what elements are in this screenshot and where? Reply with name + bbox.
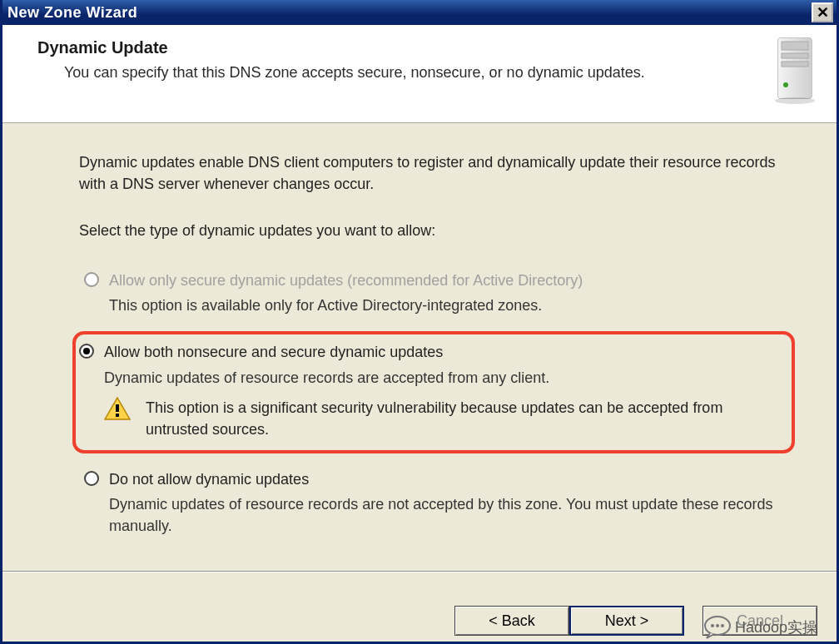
close-button[interactable]: ✕	[812, 2, 833, 22]
prompt-text: Select the type of dynamic updates you w…	[79, 220, 782, 241]
svg-point-6	[775, 97, 815, 104]
option-both-desc: Dynamic updates of resource records are …	[104, 367, 780, 389]
option-none[interactable]: Do not allow dynamic updates Dynamic upd…	[79, 465, 782, 540]
titlebar: New Zone Wizard ✕	[2, 0, 837, 25]
option-secure-only-label: Allow only secure dynamic updates (recom…	[109, 270, 777, 291]
cancel-button[interactable]: Cancel	[702, 606, 817, 636]
back-button[interactable]: < Back	[454, 606, 569, 636]
radio-both[interactable]	[79, 344, 94, 359]
option-both-warning: This option is a significant security vu…	[146, 397, 780, 440]
svg-rect-9	[116, 414, 119, 417]
svg-rect-2	[782, 42, 808, 50]
footer-separator	[2, 571, 837, 572]
option-secure-only-desc: This option is available only for Active…	[109, 295, 777, 316]
option-both-label: Allow both nonsecure and secure dynamic …	[104, 341, 780, 363]
radio-none[interactable]	[84, 471, 99, 486]
svg-rect-3	[782, 53, 808, 58]
server-icon	[773, 37, 817, 105]
option-both[interactable]: Allow both nonsecure and secure dynamic …	[72, 331, 795, 453]
wizard-body: Dynamic updates enable DNS client comput…	[2, 123, 837, 540]
option-none-desc: Dynamic updates of resource records are …	[109, 493, 777, 537]
svg-point-5	[783, 82, 788, 87]
option-none-label: Do not allow dynamic updates	[109, 468, 777, 490]
window-title: New Zone Wizard	[7, 4, 812, 22]
option-secure-only: Allow only secure dynamic updates (recom…	[79, 266, 782, 320]
svg-rect-8	[116, 404, 119, 412]
svg-rect-4	[782, 62, 808, 67]
close-icon: ✕	[817, 5, 829, 20]
page-title: Dynamic Update	[37, 38, 773, 57]
wizard-footer: < Back Next > Cancel	[454, 606, 817, 636]
page-subtitle: You can specify that this DNS zone accep…	[37, 62, 773, 83]
warning-icon	[104, 397, 131, 420]
next-button[interactable]: Next >	[569, 606, 684, 636]
radio-secure-only	[84, 272, 99, 287]
wizard-header: Dynamic Update You can specify that this…	[2, 25, 837, 123]
intro-text: Dynamic updates enable DNS client comput…	[79, 151, 782, 195]
